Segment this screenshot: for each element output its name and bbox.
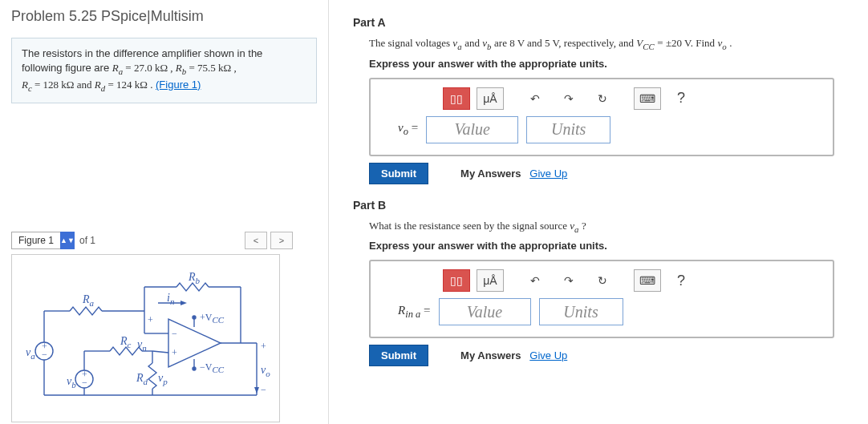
part-a-lhs: vo =: [398, 121, 418, 138]
page-title: Problem 5.25 PSpice|Multisim: [11, 8, 317, 25]
svg-text:Rd: Rd: [136, 372, 148, 386]
part-b-submit-button[interactable]: Submit: [369, 345, 428, 366]
part-a-units-input[interactable]: Units: [526, 116, 610, 143]
keyboard-icon[interactable]: ⌨: [634, 87, 661, 110]
part-a-hint: Express your answer with the appropriate…: [369, 58, 844, 70]
undo-icon[interactable]: ↶: [521, 269, 549, 292]
svg-text:+: +: [148, 314, 153, 325]
part-a-panel: ▯▯ μÅ ↶ ↷ ↻ ⌨ ? vo = Value Units: [369, 78, 834, 156]
svg-text:−: −: [172, 328, 177, 339]
figure-of-text: of 1: [79, 235, 95, 246]
problem-line1: The resistors in the difference amplifie…: [22, 47, 262, 59]
template-icon[interactable]: ▯▯: [443, 269, 470, 292]
symbols-icon[interactable]: μÅ: [477, 87, 504, 110]
svg-text:+: +: [172, 347, 177, 358]
part-b-answer-info: My Answers Give Up: [460, 349, 567, 361]
figure-label: Figure 1: [11, 232, 61, 249]
Ra-var: R: [112, 62, 119, 74]
svg-text:vb: vb: [67, 375, 76, 390]
svg-text:Rb: Rb: [188, 271, 201, 285]
Rd-eq: = 124 kΩ .: [105, 79, 152, 91]
svg-point-17: [193, 316, 196, 319]
redo-icon[interactable]: ↷: [555, 87, 582, 110]
part-b-label: Part B: [353, 199, 844, 212]
svg-marker-27: [180, 301, 187, 305]
figure-prev-button[interactable]: <: [245, 232, 267, 249]
problem-line2-pre: following figure are: [22, 62, 112, 74]
Rc-eq: = 128 kΩ and: [32, 79, 95, 91]
svg-text:in: in: [167, 292, 175, 306]
part-a-value-input[interactable]: Value: [426, 116, 518, 143]
circuit-figure: Ra Rb Rc Rd in va vb vn vp vo +VCC −VCC …: [11, 254, 280, 422]
svg-text:+: +: [261, 341, 266, 352]
svg-text:+VCC: +VCC: [200, 312, 225, 325]
part-a-prompt: The signal voltages va and vb are 8 V an…: [369, 37, 844, 51]
part-b-panel: ▯▯ μÅ ↶ ↷ ↻ ⌨ ? Rin a = Value Units: [369, 260, 834, 338]
svg-text:vo: vo: [261, 364, 270, 378]
svg-text:vp: vp: [158, 372, 168, 386]
svg-text:−: −: [42, 349, 47, 360]
part-b-prompt: What is the resistance seen by the signa…: [369, 220, 844, 234]
template-icon[interactable]: ▯▯: [443, 87, 470, 110]
give-up-link[interactable]: Give Up: [529, 168, 567, 180]
my-answers-label: My Answers: [460, 349, 521, 361]
part-a-label: Part A: [353, 16, 844, 29]
part-b-hint: Express your answer with the appropriate…: [369, 240, 844, 252]
reset-icon[interactable]: ↻: [589, 87, 616, 110]
part-a-submit-button[interactable]: Submit: [369, 163, 428, 184]
svg-text:−: −: [82, 377, 87, 388]
svg-line-15: [152, 351, 168, 353]
figure-stepper-icon[interactable]: ▲▼: [60, 232, 75, 249]
problem-statement: The resistors in the difference amplifie…: [11, 38, 317, 103]
Rd-var: R: [95, 79, 101, 91]
svg-text:Ra: Ra: [82, 293, 95, 308]
Rb-var: R: [176, 62, 182, 74]
svg-text:−VCC: −VCC: [200, 361, 225, 374]
part-b-lhs: Rin a =: [398, 304, 431, 321]
part-b-units-input[interactable]: Units: [539, 298, 623, 325]
Ra-eq: = 27.0 kΩ ,: [123, 62, 176, 74]
give-up-link[interactable]: Give Up: [529, 349, 567, 361]
svg-point-19: [193, 367, 196, 370]
figure-link[interactable]: (Figure 1): [156, 79, 201, 91]
undo-icon[interactable]: ↶: [521, 87, 549, 110]
redo-icon[interactable]: ↷: [555, 269, 582, 292]
svg-text:vn: vn: [137, 338, 147, 353]
symbols-icon[interactable]: μÅ: [477, 269, 504, 292]
part-a-answer-info: My Answers Give Up: [460, 168, 567, 180]
svg-marker-28: [254, 387, 259, 394]
Rc-var: R: [22, 79, 28, 91]
reset-icon[interactable]: ↻: [589, 269, 616, 292]
keyboard-icon[interactable]: ⌨: [634, 269, 661, 292]
help-icon[interactable]: ?: [667, 269, 695, 292]
svg-text:va: va: [26, 346, 35, 361]
my-answers-label: My Answers: [460, 168, 521, 180]
help-icon[interactable]: ?: [667, 87, 695, 110]
part-b-value-input[interactable]: Value: [439, 298, 531, 325]
figure-next-button[interactable]: >: [270, 232, 293, 249]
Rb-eq: = 75.5 kΩ ,: [186, 62, 237, 74]
svg-text:−: −: [261, 384, 266, 395]
